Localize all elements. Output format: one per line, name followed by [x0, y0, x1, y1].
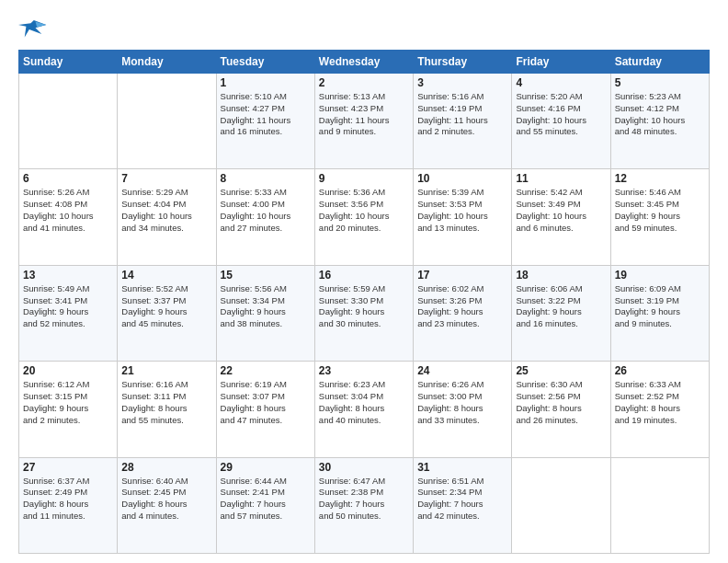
calendar-cell: 15Sunrise: 5:56 AM Sunset: 3:34 PM Dayli…: [216, 265, 314, 361]
page-header: [18, 17, 710, 42]
day-number: 9: [319, 172, 409, 185]
calendar-cell: 2Sunrise: 5:13 AM Sunset: 4:23 PM Daylig…: [314, 74, 413, 169]
day-number: 8: [221, 172, 311, 185]
weekday-header-friday: Friday: [512, 51, 610, 74]
day-number: 13: [23, 269, 113, 282]
day-info: Sunrise: 6:51 AM Sunset: 2:34 PM Dayligh…: [417, 476, 507, 523]
calendar-cell: 10Sunrise: 5:39 AM Sunset: 3:53 PM Dayli…: [414, 169, 512, 265]
calendar-cell: 24Sunrise: 6:26 AM Sunset: 3:00 PM Dayli…: [414, 362, 512, 457]
day-number: 23: [319, 364, 409, 377]
day-number: 12: [615, 172, 705, 185]
calendar-cell: 23Sunrise: 6:23 AM Sunset: 3:04 PM Dayli…: [314, 362, 413, 457]
day-number: 11: [516, 172, 606, 185]
weekday-header-monday: Monday: [118, 51, 216, 74]
day-number: 14: [121, 269, 211, 282]
day-info: Sunrise: 5:23 AM Sunset: 4:12 PM Dayligh…: [615, 91, 705, 138]
svg-marker-0: [18, 20, 46, 38]
calendar-week-4: 20Sunrise: 6:12 AM Sunset: 3:15 PM Dayli…: [19, 362, 710, 457]
day-info: Sunrise: 6:06 AM Sunset: 3:22 PM Dayligh…: [516, 283, 606, 330]
calendar-week-2: 6Sunrise: 5:26 AM Sunset: 4:08 PM Daylig…: [19, 169, 710, 265]
calendar-cell: 18Sunrise: 6:06 AM Sunset: 3:22 PM Dayli…: [512, 265, 610, 361]
day-info: Sunrise: 5:26 AM Sunset: 4:08 PM Dayligh…: [23, 187, 113, 234]
weekday-header-thursday: Thursday: [414, 51, 512, 74]
day-number: 19: [615, 269, 705, 282]
calendar-week-5: 27Sunrise: 6:37 AM Sunset: 2:49 PM Dayli…: [19, 457, 710, 553]
calendar-cell: 31Sunrise: 6:51 AM Sunset: 2:34 PM Dayli…: [414, 457, 512, 553]
calendar-cell: 19Sunrise: 6:09 AM Sunset: 3:19 PM Dayli…: [610, 265, 709, 361]
calendar-cell: 9Sunrise: 5:36 AM Sunset: 3:56 PM Daylig…: [314, 169, 413, 265]
day-info: Sunrise: 5:52 AM Sunset: 3:37 PM Dayligh…: [121, 283, 211, 330]
day-info: Sunrise: 6:12 AM Sunset: 3:15 PM Dayligh…: [23, 379, 113, 426]
calendar-cell: 12Sunrise: 5:46 AM Sunset: 3:45 PM Dayli…: [610, 169, 709, 265]
day-number: 15: [221, 269, 311, 282]
day-info: Sunrise: 5:36 AM Sunset: 3:56 PM Dayligh…: [319, 187, 409, 234]
day-number: 5: [615, 76, 705, 89]
weekday-header-wednesday: Wednesday: [314, 51, 413, 74]
day-number: 24: [417, 364, 507, 377]
day-info: Sunrise: 5:42 AM Sunset: 3:49 PM Dayligh…: [516, 187, 606, 234]
calendar-cell: 28Sunrise: 6:40 AM Sunset: 2:45 PM Dayli…: [118, 457, 216, 553]
calendar-cell: 4Sunrise: 5:20 AM Sunset: 4:16 PM Daylig…: [512, 74, 610, 169]
day-number: 30: [319, 461, 409, 474]
day-info: Sunrise: 5:16 AM Sunset: 4:19 PM Dayligh…: [417, 91, 507, 138]
day-number: 21: [121, 364, 211, 377]
calendar-cell: 27Sunrise: 6:37 AM Sunset: 2:49 PM Dayli…: [19, 457, 118, 553]
calendar-cell: 26Sunrise: 6:33 AM Sunset: 2:52 PM Dayli…: [610, 362, 709, 457]
day-info: Sunrise: 5:46 AM Sunset: 3:45 PM Dayligh…: [615, 187, 705, 234]
day-number: 7: [121, 172, 211, 185]
day-number: 17: [417, 269, 507, 282]
calendar-table: SundayMondayTuesdayWednesdayThursdayFrid…: [18, 50, 710, 554]
day-info: Sunrise: 6:09 AM Sunset: 3:19 PM Dayligh…: [615, 283, 705, 330]
day-number: 2: [319, 76, 409, 89]
calendar-cell: 25Sunrise: 6:30 AM Sunset: 2:56 PM Dayli…: [512, 362, 610, 457]
day-number: 22: [221, 364, 311, 377]
day-info: Sunrise: 6:33 AM Sunset: 2:52 PM Dayligh…: [615, 379, 705, 426]
day-info: Sunrise: 6:02 AM Sunset: 3:26 PM Dayligh…: [417, 283, 507, 330]
calendar-cell: 16Sunrise: 5:59 AM Sunset: 3:30 PM Dayli…: [314, 265, 413, 361]
calendar-cell: [19, 74, 118, 169]
day-info: Sunrise: 6:30 AM Sunset: 2:56 PM Dayligh…: [516, 379, 606, 426]
calendar-cell: 29Sunrise: 6:44 AM Sunset: 2:41 PM Dayli…: [216, 457, 314, 553]
calendar-cell: 30Sunrise: 6:47 AM Sunset: 2:38 PM Dayli…: [314, 457, 413, 553]
calendar-week-3: 13Sunrise: 5:49 AM Sunset: 3:41 PM Dayli…: [19, 265, 710, 361]
day-info: Sunrise: 6:37 AM Sunset: 2:49 PM Dayligh…: [23, 476, 113, 523]
calendar-cell: 1Sunrise: 5:10 AM Sunset: 4:27 PM Daylig…: [216, 74, 314, 169]
day-info: Sunrise: 6:19 AM Sunset: 3:07 PM Dayligh…: [221, 379, 311, 426]
calendar-cell: 3Sunrise: 5:16 AM Sunset: 4:19 PM Daylig…: [414, 74, 512, 169]
day-number: 28: [121, 461, 211, 474]
day-number: 4: [516, 76, 606, 89]
day-info: Sunrise: 5:49 AM Sunset: 3:41 PM Dayligh…: [23, 283, 113, 330]
day-info: Sunrise: 6:44 AM Sunset: 2:41 PM Dayligh…: [221, 476, 311, 523]
day-number: 29: [221, 461, 311, 474]
calendar-week-1: 1Sunrise: 5:10 AM Sunset: 4:27 PM Daylig…: [19, 74, 710, 169]
day-number: 1: [221, 76, 311, 89]
day-number: 31: [417, 461, 507, 474]
day-number: 10: [417, 172, 507, 185]
day-info: Sunrise: 6:47 AM Sunset: 2:38 PM Dayligh…: [319, 476, 409, 523]
calendar-cell: 11Sunrise: 5:42 AM Sunset: 3:49 PM Dayli…: [512, 169, 610, 265]
weekday-header-tuesday: Tuesday: [216, 51, 314, 74]
calendar-cell: 7Sunrise: 5:29 AM Sunset: 4:04 PM Daylig…: [118, 169, 216, 265]
calendar-cell: 21Sunrise: 6:16 AM Sunset: 3:11 PM Dayli…: [118, 362, 216, 457]
calendar-cell: 17Sunrise: 6:02 AM Sunset: 3:26 PM Dayli…: [414, 265, 512, 361]
weekday-header-saturday: Saturday: [610, 51, 709, 74]
day-number: 20: [23, 364, 113, 377]
day-info: Sunrise: 5:39 AM Sunset: 3:53 PM Dayligh…: [417, 187, 507, 234]
calendar-cell: 8Sunrise: 5:33 AM Sunset: 4:00 PM Daylig…: [216, 169, 314, 265]
calendar-cell: 5Sunrise: 5:23 AM Sunset: 4:12 PM Daylig…: [610, 74, 709, 169]
calendar-cell: 13Sunrise: 5:49 AM Sunset: 3:41 PM Dayli…: [19, 265, 118, 361]
calendar-cell: 14Sunrise: 5:52 AM Sunset: 3:37 PM Dayli…: [118, 265, 216, 361]
calendar-cell: [118, 74, 216, 169]
day-info: Sunrise: 5:20 AM Sunset: 4:16 PM Dayligh…: [516, 91, 606, 138]
day-info: Sunrise: 5:59 AM Sunset: 3:30 PM Dayligh…: [319, 283, 409, 330]
calendar-cell: 22Sunrise: 6:19 AM Sunset: 3:07 PM Dayli…: [216, 362, 314, 457]
day-info: Sunrise: 5:33 AM Sunset: 4:00 PM Dayligh…: [221, 187, 311, 234]
day-number: 6: [23, 172, 113, 185]
day-info: Sunrise: 6:26 AM Sunset: 3:00 PM Dayligh…: [417, 379, 507, 426]
logo-icon: [18, 17, 48, 42]
day-info: Sunrise: 5:56 AM Sunset: 3:34 PM Dayligh…: [221, 283, 311, 330]
day-number: 16: [319, 269, 409, 282]
day-info: Sunrise: 6:23 AM Sunset: 3:04 PM Dayligh…: [319, 379, 409, 426]
calendar-cell: [512, 457, 610, 553]
calendar-cell: 6Sunrise: 5:26 AM Sunset: 4:08 PM Daylig…: [19, 169, 118, 265]
